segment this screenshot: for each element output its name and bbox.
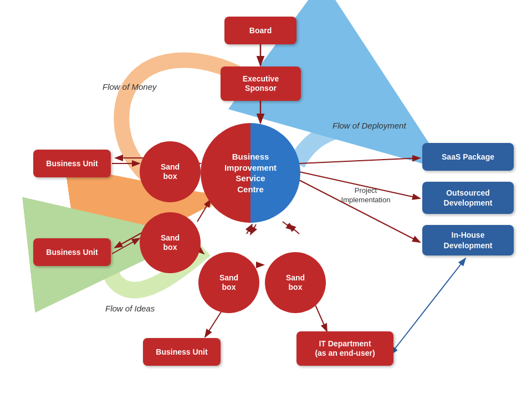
sandbox-2-circle: Sandbox (140, 212, 201, 273)
sandbox-3-label: Sandbox (219, 273, 238, 292)
svg-line-14 (112, 238, 140, 254)
business-unit-2-box: Business Unit (33, 238, 111, 266)
business-unit-1-box: Business Unit (33, 150, 111, 177)
center-circle-text: BusinessImprovementServiceCentre (206, 151, 295, 195)
flow-deployment-label: Flow of Deployment (332, 121, 406, 130)
business-unit-3-box: Business Unit (143, 338, 221, 366)
svg-line-8 (299, 158, 420, 163)
it-dept-box: IT Department(as an end-user) (296, 331, 393, 366)
saas-label: SaaS Package (442, 152, 494, 162)
flow-ideas-label: Flow of Ideas (105, 304, 155, 313)
exec-sponsor-box: ExecutiveSponsor (221, 66, 301, 101)
svg-line-19 (288, 224, 299, 234)
board-box: Board (224, 17, 296, 44)
it-dept-label: IT Department(as an end-user) (315, 339, 375, 358)
svg-line-17 (247, 224, 252, 234)
svg-line-23 (395, 258, 466, 349)
exec-sponsor-label: ExecutiveSponsor (243, 74, 279, 93)
business-unit-1-label: Business Unit (46, 159, 98, 168)
flow-money-label: Flow of Money (103, 82, 157, 91)
business-unit-2-label: Business Unit (46, 248, 98, 257)
saas-box: SaaS Package (422, 143, 514, 171)
sandbox-4-circle: Sandbox (265, 252, 326, 313)
inhouse-box: In-HouseDevelopment (422, 225, 514, 255)
sandbox-1-label: Sandbox (161, 162, 180, 181)
project-implementation-label: ProjectImplementation (341, 186, 391, 205)
outsourced-label: OutsourcedDevelopment (444, 188, 493, 208)
svg-line-20 (283, 222, 294, 230)
sandbox-3-circle: Sandbox (198, 252, 259, 313)
inhouse-label: In-HouseDevelopment (444, 230, 493, 250)
business-unit-3-label: Business Unit (156, 347, 207, 357)
sandbox-4-label: Sandbox (286, 273, 305, 292)
sandbox-1-circle: Sandbox (140, 141, 201, 202)
svg-line-15 (115, 233, 142, 248)
outsourced-box: OutsourcedDevelopment (422, 182, 514, 214)
center-circle: BusinessImprovementServiceCentre (201, 123, 300, 223)
sandbox-2-label: Sandbox (161, 233, 180, 252)
diagram-container: Board ExecutiveSponsor BusinessImproveme… (0, 0, 532, 399)
svg-line-18 (250, 224, 256, 234)
board-label: Board (249, 26, 272, 35)
